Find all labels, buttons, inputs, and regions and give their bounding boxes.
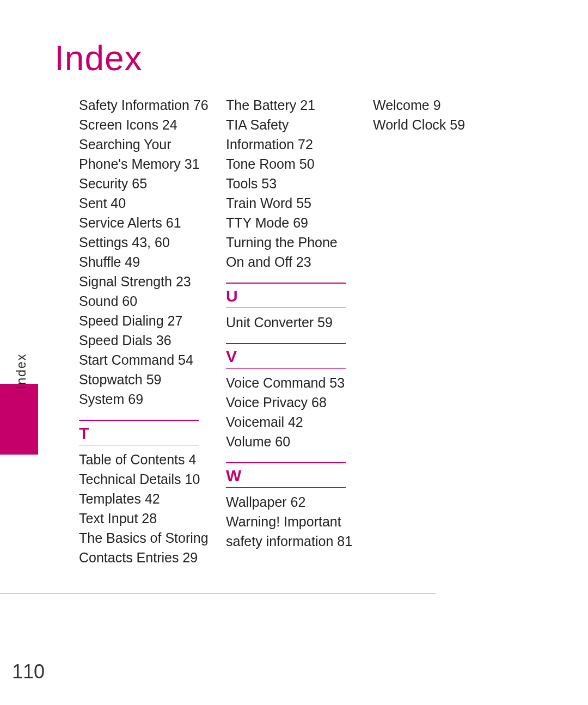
index-entry: Welcome 9 bbox=[373, 95, 504, 115]
index-entry: World Clock 59 bbox=[373, 115, 504, 134]
index-page: Index Index 110 Safety Information 76Scr… bbox=[0, 0, 588, 705]
index-entry: Searching Your Phone's Memory 31 bbox=[79, 134, 210, 174]
section-letter: W bbox=[226, 462, 346, 488]
index-entry: Speed Dialing 27 bbox=[79, 311, 210, 330]
index-entry: Tools 53 bbox=[226, 174, 357, 193]
section-break: V bbox=[226, 343, 357, 369]
section-break: W bbox=[226, 462, 357, 488]
index-entry: Tone Room 50 bbox=[226, 154, 357, 174]
index-entry: Shuffle 49 bbox=[79, 252, 210, 272]
index-entry: Safety Information 76 bbox=[79, 95, 210, 115]
index-entry: Voice Privacy 68 bbox=[226, 393, 357, 412]
index-entry: TTY Mode 69 bbox=[226, 213, 357, 232]
index-entry: Voice Command 53 bbox=[226, 373, 357, 393]
index-entry: Screen Icons 24 bbox=[79, 115, 210, 134]
index-column-2: The Battery 21TIA Safety Information 72T… bbox=[226, 95, 357, 551]
index-entry: Settings 43, 60 bbox=[79, 232, 210, 252]
index-entry: Security 65 bbox=[79, 174, 210, 193]
index-entry: Signal Strength 23 bbox=[79, 272, 210, 291]
page-title: Index bbox=[54, 38, 143, 78]
index-column-3: Welcome 9World Clock 59 bbox=[373, 95, 504, 134]
index-entry: Train Word 55 bbox=[226, 193, 357, 213]
index-entry: Text Input 28 bbox=[79, 508, 210, 528]
index-entry: TIA Safety Information 72 bbox=[226, 115, 357, 154]
index-entry: Turning the Phone On and Off 23 bbox=[226, 232, 357, 272]
side-label: Index bbox=[14, 353, 29, 389]
section-break: T bbox=[79, 420, 210, 445]
page-number: 110 bbox=[12, 660, 45, 683]
index-entry: Templates 42 bbox=[79, 489, 210, 508]
side-tab bbox=[0, 384, 38, 455]
index-column-1: Safety Information 76Screen Icons 24Sear… bbox=[79, 95, 210, 567]
index-entry: Stopwatch 59 bbox=[79, 370, 210, 389]
index-entry: Technical Details 10 bbox=[79, 469, 210, 489]
footer-rule bbox=[0, 593, 436, 594]
section-letter: U bbox=[226, 283, 346, 308]
index-entry: Table of Contents 4 bbox=[79, 450, 210, 469]
section-letter: T bbox=[79, 420, 199, 445]
index-entry: System 69 bbox=[79, 389, 210, 409]
index-entry: Voicemail 42 bbox=[226, 412, 357, 432]
index-entry: The Basics of Storing Contacts Entries 2… bbox=[79, 528, 210, 567]
index-entry: Wallpaper 62 bbox=[226, 492, 357, 512]
index-entry: Start Command 54 bbox=[79, 350, 210, 370]
index-entry: Service Alerts 61 bbox=[79, 213, 210, 232]
index-entry: Volume 60 bbox=[226, 432, 357, 451]
index-entry: Speed Dials 36 bbox=[79, 330, 210, 350]
index-entry: Sent 40 bbox=[79, 193, 210, 213]
index-entry: The Battery 21 bbox=[226, 95, 357, 115]
index-entry: Sound 60 bbox=[79, 291, 210, 311]
index-entry: Warning! Important safety information 81 bbox=[226, 512, 357, 551]
section-letter: V bbox=[226, 343, 346, 369]
index-entry: Unit Converter 59 bbox=[226, 312, 357, 332]
section-break: U bbox=[226, 283, 357, 308]
